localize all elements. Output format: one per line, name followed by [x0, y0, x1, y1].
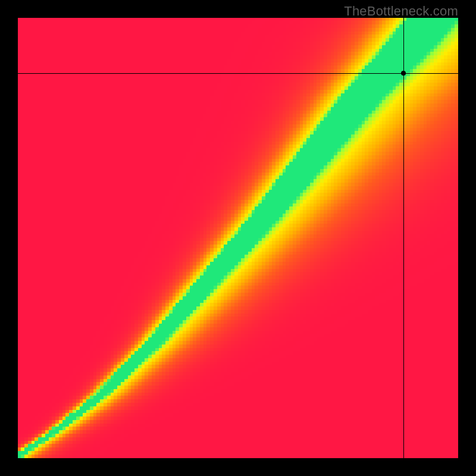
crosshair-horizontal: [18, 73, 458, 74]
crosshair-vertical: [403, 18, 404, 458]
chart-stage: TheBottleneck.com: [0, 0, 476, 476]
heatmap-canvas: [18, 18, 458, 458]
heatmap-plot: [18, 18, 458, 458]
crosshair-marker: [401, 71, 406, 76]
watermark-label: TheBottleneck.com: [344, 4, 458, 19]
